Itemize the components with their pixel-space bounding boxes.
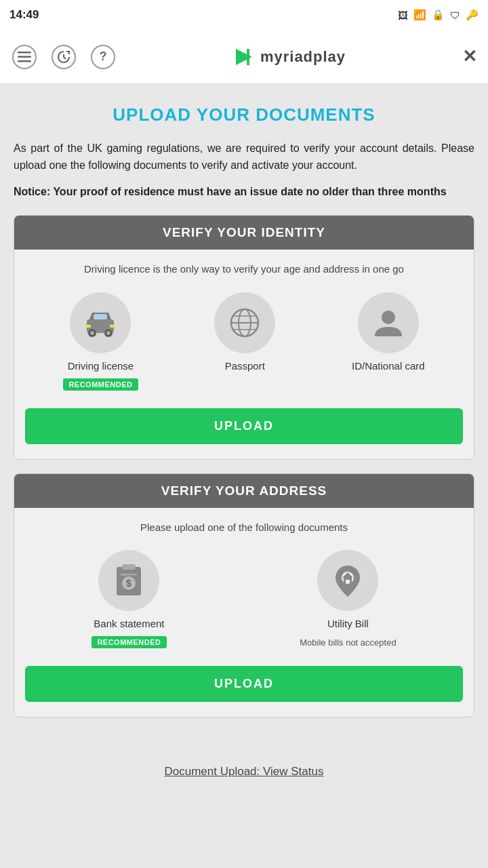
utility-bill-sublabel: Mobile bills not accepted <box>300 637 396 648</box>
bank-statement-icon-circle: $ <box>98 550 159 611</box>
svg-rect-28 <box>346 580 350 583</box>
logo-text: myriadplay <box>260 48 346 66</box>
identity-options: Driving license RECOMMENDED P <box>25 292 463 391</box>
bank-statement-option: $ Bank statement RECOMMENDED <box>92 550 166 648</box>
svg-point-8 <box>90 331 94 335</box>
help-button[interactable]: ? <box>89 43 117 71</box>
menu-button[interactable] <box>11 43 38 71</box>
svg-rect-1 <box>18 56 31 58</box>
passport-option: Passport <box>214 292 275 372</box>
address-options: $ Bank statement RECOMMENDED <box>25 550 463 648</box>
svg-rect-13 <box>110 325 115 328</box>
svg-rect-21 <box>122 564 136 570</box>
close-button[interactable]: ✕ <box>462 46 477 67</box>
svg-rect-11 <box>94 314 107 319</box>
svg-rect-4 <box>247 49 249 65</box>
status-bar: 14:49 🖼 📶 🔒 🛡 🔑 <box>0 0 488 30</box>
shield-icon: 🛡 <box>450 9 460 21</box>
identity-subtitle: Driving licence is the only way to verif… <box>25 262 463 277</box>
address-card-body: Please upload one of the following docum… <box>14 508 474 717</box>
help-icon: ? <box>91 45 115 69</box>
view-status-link[interactable]: Document Upload: View Status <box>165 765 324 778</box>
page-title: UPLOAD YOUR DOCUMENTS <box>14 104 474 125</box>
bank-statement-label: Bank statement <box>94 618 164 629</box>
svg-rect-0 <box>18 52 31 54</box>
car-icon <box>83 309 118 337</box>
status-time: 14:49 <box>9 8 39 22</box>
main-content: UPLOAD YOUR DOCUMENTS As part of the UK … <box>0 84 488 745</box>
wifi-icon: 📶 <box>413 9 426 21</box>
svg-rect-24 <box>121 574 137 576</box>
id-card-icon-circle <box>358 292 419 353</box>
person-icon <box>371 305 406 340</box>
status-icons: 🖼 📶 🔒 🛡 🔑 <box>398 9 479 21</box>
image-icon: 🖼 <box>398 9 408 21</box>
driving-license-recommended: RECOMMENDED <box>63 378 138 391</box>
svg-point-10 <box>106 331 110 335</box>
menu-icon <box>12 45 37 69</box>
address-card-header: VERIFY YOUR ADDRESS <box>14 474 474 508</box>
svg-marker-3 <box>236 49 252 65</box>
time-display: 14:49 <box>9 8 39 22</box>
passport-label: Passport <box>225 360 265 372</box>
notice-text: Notice: Your proof of residence must hav… <box>14 184 474 201</box>
address-subtitle: Please upload one of the following docum… <box>25 520 463 536</box>
globe-icon <box>227 305 262 340</box>
logo-icon <box>233 46 255 68</box>
driving-license-label: Driving license <box>68 360 134 372</box>
logo: myriadplay <box>233 46 346 68</box>
svg-point-19 <box>382 311 395 324</box>
history-button[interactable] <box>50 43 77 71</box>
bank-statement-icon: $ <box>108 560 149 601</box>
svg-rect-12 <box>85 325 91 328</box>
svg-text:$: $ <box>127 578 132 589</box>
passport-icon-circle <box>214 292 275 353</box>
nav-left-buttons: ? <box>11 43 117 71</box>
driving-license-icon-circle <box>70 292 131 353</box>
id-card-option: ID/National card <box>352 292 425 372</box>
intro-text: As part of the UK gaming regulations, we… <box>14 140 474 174</box>
address-upload-button[interactable]: UPLOAD <box>25 666 463 702</box>
bottom-link-area: Document Upload: View Status <box>0 745 488 792</box>
utility-bill-label: Utility Bill <box>327 618 369 629</box>
driving-license-option: Driving license RECOMMENDED <box>63 292 138 391</box>
vpn-icon: 🔒 <box>432 9 445 21</box>
bank-statement-recommended: RECOMMENDED <box>92 636 166 648</box>
address-card: VERIFY YOUR ADDRESS Please upload one of… <box>14 473 474 718</box>
utility-bill-icon <box>327 560 368 601</box>
svg-rect-2 <box>18 60 31 62</box>
history-icon <box>52 45 76 69</box>
key-icon: 🔑 <box>466 9 479 21</box>
identity-upload-button[interactable]: UPLOAD <box>25 408 463 444</box>
id-card-label: ID/National card <box>352 360 425 372</box>
identity-card-body: Driving licence is the only way to verif… <box>14 250 474 459</box>
identity-card: VERIFY YOUR IDENTITY Driving licence is … <box>14 215 474 460</box>
identity-card-header: VERIFY YOUR IDENTITY <box>14 216 474 250</box>
utility-bill-icon-circle <box>317 550 378 611</box>
utility-bill-option: Utility Bill Mobile bills not accepted <box>300 550 396 648</box>
nav-bar: ? myriadplay ✕ <box>0 30 488 84</box>
